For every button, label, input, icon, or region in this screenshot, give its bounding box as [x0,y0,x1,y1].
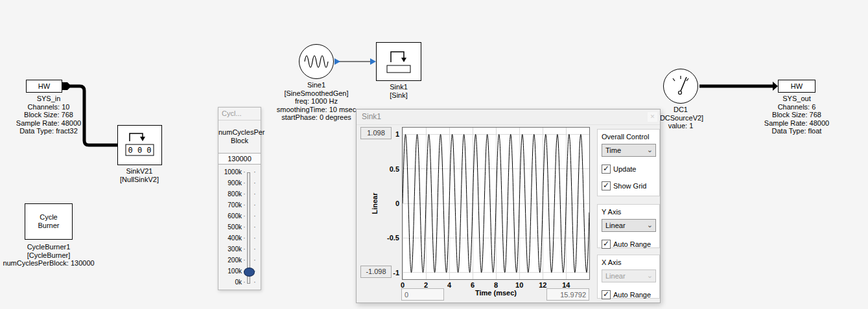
x-tick-label: 10 [515,281,523,289]
x-start-input[interactable] [401,288,444,301]
block-sys-in-hw[interactable]: HW [26,80,62,93]
slider-ticks: 1000k··900k··800k··700k··600k··500k··400… [218,168,260,286]
window-title: Sink1 [357,112,381,121]
panel-title-bar[interactable]: Cycl... [218,108,261,120]
group-label-overall: Overall Control [602,133,655,141]
slider-handle[interactable] [244,268,255,277]
x-tick-label: 6 [471,281,475,289]
plot-y-ticks: 10.50-0.5-1 [381,128,399,279]
panel-title: Cycl... [222,109,242,117]
slider-tick-row: 300k·· [218,246,260,253]
cycleburner-caption: CycleBurner1[CycleBurner]numCyclesPerBlo… [0,243,97,268]
block-dc1[interactable] [663,69,698,104]
sine-wave-icon [299,45,333,78]
y-axis-title: Linear [371,183,379,224]
block-cycleburner[interactable]: CycleBurner [25,203,73,240]
plot-area [402,127,590,280]
slider-tick-row: 600k·· [218,212,260,220]
sine1-caption: Sine1[SineSmoothedGen]freq: 1000 Hzsmoot… [264,81,368,122]
close-button[interactable]: ✕ [648,112,657,122]
y-tick-label: 0.5 [390,165,399,173]
slider-tick-row: 400k·· [218,235,260,242]
group-label-x-axis: X Axis [602,258,655,266]
x-tick-label: 8 [494,281,498,289]
window-title-bar[interactable]: Sink1 ✕ [357,109,660,125]
slider-value-readout[interactable]: 130000 [218,153,261,165]
y-axis-group: Y Axis Linear ⌄ Auto Range [597,204,660,248]
chevron-down-icon: ⌄ [647,270,653,280]
group-label-y-axis: Y Axis [602,208,655,216]
x-axis-group: X Axis Linear ⌄ Auto Range [597,255,660,299]
y-axis-scale-dropdown[interactable]: Linear ⌄ [602,219,656,232]
slider-tick-row: 0k·· [218,279,260,286]
sink1-caption: Sink1[Sink] [360,83,438,99]
overall-control-dropdown[interactable]: Time ⌄ [602,144,656,157]
null-sink-counter: 0 0 0 [118,146,161,155]
meter-icon [664,69,698,103]
sys-out-caption: SYS_outChannels: 6Block Size: 768Sample … [755,95,839,135]
sink1-input-port[interactable] [370,58,376,65]
x-end-input[interactable] [546,288,589,301]
sink-icon [377,43,421,80]
slider-tick-row: 900k·· [218,179,260,187]
y-tick-label: 0 [395,200,399,207]
block-sine1[interactable] [299,44,334,79]
y-tick-label: 1 [395,130,399,138]
y-tick-label: -0.5 [387,234,399,242]
x-axis-scale-dropdown[interactable]: Linear ⌄ [602,269,656,282]
block-sys-out-hw[interactable]: HW [778,80,815,93]
y-auto-range-checkbox[interactable]: Auto Range [602,240,655,249]
slider-tick-row: 200k·· [218,257,260,264]
audio-weaver-canvas: HW SYS_inChannels: 10Block Size: 768Samp… [0,0,868,309]
block-sinkv21[interactable]: 0 0 0 [117,125,162,165]
slider-tick-row: 1000k·· [218,168,260,176]
checkbox-icon [602,181,611,190]
checkbox-icon [602,165,611,174]
x-tick-label: 4 [447,281,451,289]
overall-control-group: Overall Control Time ⌄ Update Show Grid [597,129,660,196]
slider-param-label: numCyclesPerBlock [218,128,261,145]
slider-tick-row: 800k·· [218,190,260,198]
y-tick-label: -1 [393,269,399,277]
sine1-output-port[interactable] [334,58,340,65]
slider-tick-row: 700k·· [218,201,260,209]
cycleburner-body-label: CycleBurner [25,204,72,239]
cycleburner-inspector-panel: Cycl... numCyclesPerBlock 130000 1000k··… [218,107,261,290]
chevron-down-icon: ⌄ [647,144,653,155]
sine-plot [403,128,589,279]
checkbox-icon [602,290,611,299]
sysin-output-port[interactable] [62,82,71,90]
sys-in-caption: SYS_inChannels: 10Block Size: 768Sample … [5,95,92,135]
update-checkbox[interactable]: Update [602,165,655,174]
x-tick-label: 12 [539,281,546,289]
checkbox-icon [602,240,611,249]
show-grid-checkbox[interactable]: Show Grid [602,181,655,190]
sysout-input-port[interactable] [773,82,778,91]
x-auto-range-checkbox[interactable]: Auto Range [602,290,655,299]
block-sink1[interactable] [376,42,421,81]
sinkv21-caption: SinkV21[NullSinkV2] [97,167,182,183]
null-sink-icon [118,126,161,165]
sink1-window: Sink1 ✕ 1.098 -1.098 Linear 10.50-0.5-1 … [356,109,661,303]
chevron-down-icon: ⌄ [647,220,653,230]
slider-tick-row: 500k·· [218,223,260,231]
